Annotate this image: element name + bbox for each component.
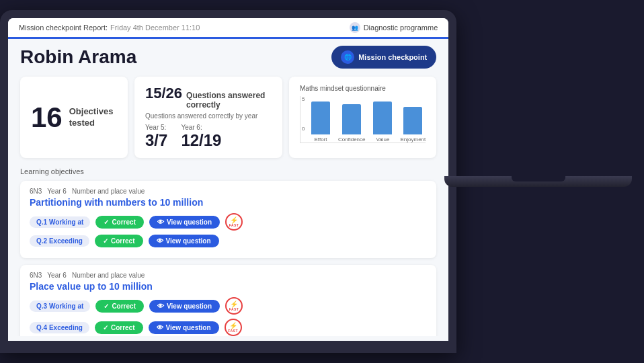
- q-badge-0-1: Q.2 Exceeding: [30, 235, 89, 247]
- bar-group-confidence: Confidence: [338, 104, 365, 143]
- laptop-shell: Mission checkpoint Report: Friday 4th De…: [0, 10, 456, 353]
- checkmark-icon: ✓: [103, 324, 108, 331]
- diagnostic-icon: 👥: [350, 22, 360, 33]
- bar-value: [373, 102, 392, 134]
- bar-group-value: Value: [373, 102, 392, 143]
- objectives-label-line2: tested: [69, 118, 95, 128]
- bar-chart: 5 0 EffortConfidenceValueEnjoyment: [300, 96, 426, 143]
- view-question-button-1-1[interactable]: 👁 View question: [149, 321, 219, 334]
- year6-fraction: 12/19: [181, 131, 221, 149]
- laptop-screen: Mission checkpoint Report: Friday 4th De…: [8, 18, 448, 341]
- mission-btn-label: Mission checkpoint: [358, 53, 427, 61]
- header-row: Robin Arama 🌐 Mission checkpoint: [20, 46, 436, 69]
- year-row: Year 5: 3/7 Year 6: 12/19: [145, 124, 272, 150]
- main-content: Robin Arama 🌐 Mission checkpoint 16 Obje…: [8, 39, 448, 336]
- objective-card-1: 6N3Year 6Number and place valuePlace val…: [20, 265, 436, 336]
- student-name: Robin Arama: [20, 46, 136, 68]
- questions-description: Questions answered correctly: [186, 91, 272, 110]
- correct-button-1-1[interactable]: ✓ Correct: [95, 321, 143, 334]
- y-max-label: 5: [302, 96, 305, 102]
- questions-main: 15/26 Questions answered correctly: [145, 85, 272, 110]
- bar-group-enjoyment: Enjoyment: [400, 107, 426, 143]
- bar-confidence: [342, 104, 361, 134]
- y-min-label: 0: [302, 126, 305, 132]
- obj-topic-1: Number and place value: [72, 272, 145, 279]
- objectives-list: 6N3Year 6Number and place valuePartition…: [20, 181, 436, 336]
- checkmark-icon: ✓: [104, 218, 109, 226]
- diagnostic-badge: 👥 Diagnostic programme: [350, 22, 438, 33]
- mission-btn-icon: 🌐: [341, 50, 354, 64]
- objective-title-0: Partitioning with numbers to 10 million: [30, 197, 427, 208]
- q-badge-1-1: Q.4 Exceeding: [30, 322, 89, 333]
- year5-fraction: 3/7: [145, 131, 167, 149]
- report-title: Mission checkpoint Report: Friday 4th De…: [19, 24, 200, 32]
- view-question-button-0-1[interactable]: 👁 View question: [149, 235, 219, 247]
- eye-icon: 👁: [157, 302, 164, 310]
- questions-fraction: 15/26: [145, 85, 182, 102]
- obj-code-1: 6N3: [30, 272, 42, 279]
- objective-meta-0: 6N3Year 6Number and place value: [30, 188, 427, 195]
- obj-topic-0: Number and place value: [72, 188, 145, 195]
- objectives-number: 16: [31, 104, 63, 132]
- bar-group-effort: Effort: [311, 102, 330, 143]
- eye-icon: 👁: [157, 218, 164, 226]
- report-date: Friday 4th December 11:10: [110, 24, 200, 32]
- obj-code-0: 6N3: [30, 188, 42, 195]
- stats-row: 16 Objectives tested 15/26 Questions ans…: [20, 77, 436, 158]
- year6-label: Year 6:: [181, 124, 221, 131]
- checkmark-icon: ✓: [103, 237, 108, 245]
- bar-label-effort: Effort: [315, 136, 327, 143]
- year5-item: Year 5: 3/7: [145, 124, 167, 150]
- obj-year-0: Year 6: [47, 188, 67, 195]
- view-question-button-1-0[interactable]: 👁 View question: [149, 300, 220, 313]
- year5-label: Year 5:: [145, 124, 167, 131]
- objectives-label: Objectives tested: [69, 106, 114, 129]
- obj-year-1: Year 6: [47, 272, 67, 279]
- objective-meta-1: 6N3Year 6Number and place value: [30, 272, 427, 279]
- bar-label-value: Value: [376, 136, 390, 143]
- question-row-1-1: Q.4 Exceeding✓ Correct👁 View question⚡FA…: [30, 319, 427, 336]
- view-question-button-0-0[interactable]: 👁 View question: [149, 216, 220, 229]
- questions-card: 15/26 Questions answered correctly Quest…: [134, 77, 282, 158]
- mission-checkpoint-button[interactable]: 🌐 Mission checkpoint: [331, 46, 436, 69]
- eye-icon: 👁: [157, 324, 163, 331]
- question-row-1-0: Q.3 Working at✓ Correct👁 View question⚡F…: [30, 297, 427, 315]
- fast-badge-1-0: ⚡FAST: [225, 297, 243, 315]
- q-badge-1-0: Q.3 Working at: [30, 300, 90, 312]
- question-row-0-0: Q.1 Working at✓ Correct👁 View question⚡F…: [30, 213, 427, 231]
- chart-title: Maths mindset questionnaire: [300, 85, 426, 92]
- q-badge-0-0: Q.1 Working at: [30, 216, 90, 228]
- fast-badge-1-1: ⚡FAST: [225, 319, 242, 336]
- checkmark-icon: ✓: [104, 302, 109, 310]
- question-row-0-1: Q.2 Exceeding✓ Correct👁 View question: [30, 235, 427, 247]
- by-year-label: Questions answered correctly by year: [145, 112, 272, 120]
- eye-icon: 👁: [157, 237, 163, 245]
- bar-effort: [311, 102, 330, 134]
- top-bar: Mission checkpoint Report: Friday 4th De…: [8, 18, 448, 39]
- section-label: Learning objectives: [20, 167, 436, 175]
- correct-button-1-0[interactable]: ✓ Correct: [95, 300, 144, 313]
- bar-label-confidence: Confidence: [338, 136, 365, 143]
- objectives-card: 16 Objectives tested: [20, 77, 128, 158]
- chart-card: Maths mindset questionnaire 5 0 EffortCo…: [289, 77, 436, 158]
- laptop-base: [444, 176, 632, 187]
- objective-card-0: 6N3Year 6Number and place valuePartition…: [20, 181, 436, 258]
- objectives-label-line1: Objectives: [69, 106, 114, 116]
- bar-label-enjoyment: Enjoyment: [400, 136, 426, 143]
- objective-title-1: Place value up to 10 million: [30, 281, 427, 292]
- correct-button-0-1[interactable]: ✓ Correct: [95, 235, 143, 247]
- correct-button-0-0[interactable]: ✓ Correct: [95, 216, 144, 229]
- year6-item: Year 6: 12/19: [181, 124, 221, 150]
- fast-badge-0-0: ⚡FAST: [225, 213, 243, 231]
- bar-enjoyment: [403, 107, 422, 134]
- report-label: Mission checkpoint Report:: [19, 24, 108, 32]
- laptop-notch: [512, 176, 565, 182]
- diagnostic-label: Diagnostic programme: [364, 24, 438, 32]
